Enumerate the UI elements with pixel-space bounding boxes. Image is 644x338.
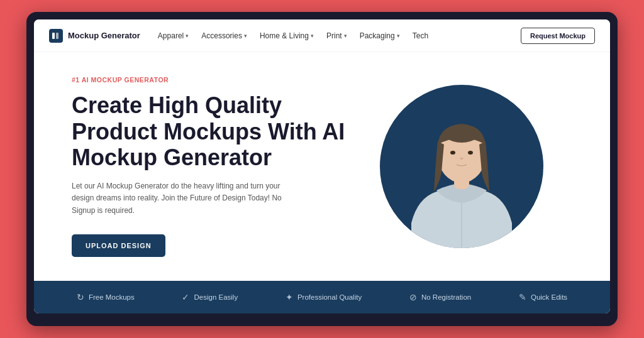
footer-design-easily: ✓ Design Easily xyxy=(182,292,238,302)
monitor-frame: Mockup Generator Apparel ▾ Accessories ▾… xyxy=(26,12,618,326)
nav-links: Apparel ▾ Accessories ▾ Home & Living ▾ … xyxy=(158,31,521,40)
chevron-icon: ▾ xyxy=(344,33,347,39)
professional-quality-label: Professional Quality xyxy=(297,293,362,301)
screen: Mockup Generator Apparel ▾ Accessories ▾… xyxy=(34,19,610,313)
svg-rect-1 xyxy=(56,33,58,39)
logo[interactable]: Mockup Generator xyxy=(49,29,140,43)
design-easily-label: Design Easily xyxy=(194,293,238,301)
chevron-icon: ▾ xyxy=(186,33,189,39)
hero-image-area xyxy=(374,79,550,254)
nav-accessories[interactable]: Accessories ▾ xyxy=(201,31,247,40)
chevron-icon: ▾ xyxy=(397,33,400,39)
footer-bar: ↻ Free Mockups ✓ Design Easily ✦ Profess… xyxy=(34,281,610,313)
professional-quality-icon: ✦ xyxy=(286,292,293,302)
svg-point-6 xyxy=(450,151,455,155)
no-registration-icon: ⊘ xyxy=(409,292,417,302)
design-easily-icon: ✓ xyxy=(182,292,189,302)
logo-text: Mockup Generator xyxy=(68,31,140,40)
nav-packaging[interactable]: Packaging ▾ xyxy=(360,31,400,40)
hero-circle xyxy=(380,85,543,248)
hero-title: Create High Quality Product Mockups With… xyxy=(72,92,361,170)
svg-point-7 xyxy=(468,151,473,155)
nav-home-living[interactable]: Home & Living ▾ xyxy=(260,31,314,40)
footer-professional-quality: ✦ Professional Quality xyxy=(286,292,362,302)
no-registration-label: No Registration xyxy=(421,293,471,301)
footer-no-registration: ⊘ No Registration xyxy=(409,292,471,302)
footer-free-mockups: ↻ Free Mockups xyxy=(77,292,135,302)
hero-section: #1 AI MOCKUP GENERATOR Create High Quali… xyxy=(34,52,610,281)
quick-edits-label: Quick Edits xyxy=(531,293,567,301)
hero-badge: #1 AI MOCKUP GENERATOR xyxy=(72,76,361,84)
free-mockups-icon: ↻ xyxy=(77,292,84,302)
chevron-icon: ▾ xyxy=(244,33,247,39)
logo-icon xyxy=(49,29,63,43)
quick-edits-icon: ✎ xyxy=(519,292,526,302)
hero-description: Let our AI Mockup Generator do the heavy… xyxy=(72,180,286,217)
navbar: Mockup Generator Apparel ▾ Accessories ▾… xyxy=(34,19,610,52)
footer-quick-edits: ✎ Quick Edits xyxy=(519,292,567,302)
free-mockups-label: Free Mockups xyxy=(89,293,135,301)
upload-design-button[interactable]: UPLOAD DESIGN xyxy=(72,234,165,257)
request-mockup-button[interactable]: Request Mockup xyxy=(521,28,595,44)
chevron-icon: ▾ xyxy=(311,33,314,39)
nav-apparel[interactable]: Apparel ▾ xyxy=(158,31,189,40)
nav-tech[interactable]: Tech xyxy=(413,31,428,40)
nav-print[interactable]: Print ▾ xyxy=(326,31,347,40)
hero-content: #1 AI MOCKUP GENERATOR Create High Quali… xyxy=(72,76,361,257)
svg-rect-0 xyxy=(52,33,55,39)
